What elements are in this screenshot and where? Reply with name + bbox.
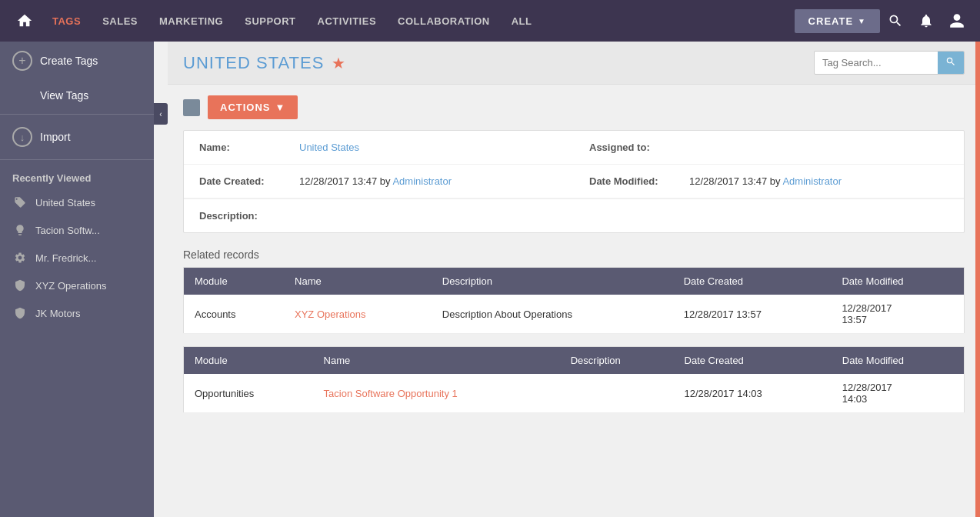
sidebar-wrapper: + Create Tags View Tags ↓ Import Recentl… (0, 42, 168, 517)
import-action[interactable]: ↓ Import (0, 118, 154, 156)
light-icon-1 (12, 222, 28, 238)
main-content: UNITED STATES ★ ACTIONS ▼ Nam (168, 42, 980, 517)
nav-sales[interactable]: SALES (92, 0, 148, 42)
col-description-2: Description (560, 347, 674, 375)
shield-icon-3 (12, 278, 28, 293)
cell-modified-opp-0: 12/28/2017 14:03 (832, 374, 965, 413)
import-label: Import (40, 131, 71, 143)
create-arrow-icon: ▼ (858, 17, 866, 25)
content-header: UNITED STATES ★ (168, 42, 980, 85)
import-icon: ↓ (12, 127, 32, 147)
create-button[interactable]: CREATE ▼ (795, 9, 880, 33)
assigned-to-field: Assigned to: (574, 131, 964, 165)
sidebar-item-xyz[interactable]: XYZ Operations (0, 272, 154, 299)
date-created-field: Date Created: 12/28/2017 13:47 by Admini… (184, 165, 574, 198)
cell-desc-accounts-0: Description About Operations (432, 295, 673, 334)
create-tags-label: Create Tags (40, 55, 98, 67)
col-module-2: Module (184, 347, 313, 375)
cell-module-accounts-0: Accounts (184, 295, 285, 334)
accounts-link-0[interactable]: XYZ Operations (295, 309, 366, 320)
date-created-label: Date Created: (199, 175, 299, 187)
table-header-row-2: Module Name Description Date Created Dat… (184, 347, 965, 375)
cell-module-opp-0: Opportunities (184, 374, 313, 413)
actions-arrow-icon: ▼ (275, 102, 286, 113)
search-button[interactable] (880, 0, 911, 42)
sidebar-divider-2 (0, 159, 154, 160)
sidebar-item-label-1: Tacion Softw... (35, 225, 100, 236)
name-value: United States (299, 142, 359, 153)
page-title-section: UNITED STATES ★ (183, 53, 345, 73)
sidebar-item-label-0: United States (35, 197, 95, 208)
col-date-created-2: Date Created (674, 347, 832, 375)
date-created-admin-link[interactable]: Administrator (392, 175, 452, 187)
actions-bar: ACTIONS ▼ (168, 85, 980, 130)
related-records-title: Related records (183, 248, 965, 261)
sidebar-item-united-states[interactable]: United States (0, 188, 154, 216)
cell-name-opp-0: Tacion Software Opportunity 1 (313, 374, 560, 413)
sidebar-item-label-2: Mr. Fredrick... (35, 252, 96, 264)
top-nav: TAGS SALES MARKETING SUPPORT ACTIVITIES … (0, 0, 980, 42)
cell-modified-accounts-0: 12/28/2017 13:57 (831, 295, 964, 334)
notifications-button[interactable] (911, 0, 942, 42)
nav-collaboration[interactable]: COLLABORATION (387, 0, 501, 42)
create-tags-action[interactable]: + Create Tags (0, 42, 154, 80)
related-records-section: Related records Module Name Description … (183, 248, 965, 413)
table-header-row-1: Module Name Description Date Created Dat… (184, 268, 965, 295)
name-field: Name: United States (184, 131, 574, 165)
cell-desc-opp-0 (560, 374, 674, 413)
cell-created-accounts-0: 12/28/2017 13:57 (673, 295, 832, 334)
table-row-accounts-0: Accounts XYZ Operations Description Abou… (184, 295, 965, 334)
col-description-1: Description (432, 268, 673, 295)
gear-icon-2 (12, 250, 28, 265)
tag-icon-0 (12, 195, 28, 210)
nav-support[interactable]: SUPPORT (234, 0, 306, 42)
nav-tags[interactable]: TAGS (42, 0, 92, 42)
sidebar-item-fredrick[interactable]: Mr. Fredrick... (0, 244, 154, 272)
col-date-created-1: Date Created (673, 268, 832, 295)
cell-created-opp-0: 12/28/2017 14:03 (674, 374, 832, 413)
nav-activities[interactable]: ACTIVITIES (307, 0, 388, 42)
col-name-2: Name (313, 347, 560, 375)
select-checkbox[interactable] (183, 99, 200, 116)
col-module-1: Module (184, 268, 285, 295)
sidebar-collapse-button[interactable]: ‹ (154, 103, 168, 125)
actions-button[interactable]: ACTIONS ▼ (208, 95, 298, 119)
name-label: Name: (199, 142, 299, 153)
col-date-modified-2: Date Modified (832, 347, 965, 375)
main-layout: + Create Tags View Tags ↓ Import Recentl… (0, 42, 980, 517)
col-date-modified-1: Date Modified (831, 268, 964, 295)
tag-search-input[interactable] (815, 53, 938, 72)
detail-grid: Name: United States Assigned to: Date Cr… (184, 131, 964, 198)
sidebar: + Create Tags View Tags ↓ Import Recentl… (0, 42, 154, 517)
cell-name-accounts-0: XYZ Operations (284, 295, 432, 334)
table-gap (183, 334, 965, 346)
date-modified-field: Date Modified: 12/28/2017 13:47 by Admin… (574, 165, 964, 198)
tag-search-button[interactable] (938, 52, 964, 74)
opportunities-link-0[interactable]: Tacion Software Opportunity 1 (324, 388, 458, 399)
sidebar-item-jk[interactable]: JK Motors (0, 299, 154, 327)
col-name-1: Name (284, 268, 432, 295)
date-modified-value: 12/28/2017 13:47 by Administrator (689, 175, 842, 187)
detail-card: Name: United States Assigned to: Date Cr… (183, 130, 965, 233)
sidebar-item-label-3: XYZ Operations (35, 280, 107, 292)
nav-marketing[interactable]: MARKETING (148, 0, 234, 42)
right-accent-bar (975, 42, 980, 517)
tag-search-bar (814, 51, 965, 75)
description-field: Description: (184, 198, 964, 232)
description-label: Description: (199, 210, 299, 222)
home-button[interactable] (8, 0, 42, 42)
view-tags-label: View Tags (40, 89, 88, 102)
favorite-star-icon[interactable]: ★ (332, 54, 345, 72)
sidebar-item-tacion[interactable]: Tacion Softw... (0, 216, 154, 244)
table-row-opportunities-0: Opportunities Tacion Software Opportunit… (184, 374, 965, 413)
related-table-opportunities: Module Name Description Date Created Dat… (183, 346, 965, 413)
user-button[interactable] (942, 0, 972, 42)
sidebar-item-label-4: JK Motors (35, 308, 81, 319)
view-tags-action[interactable]: View Tags (0, 80, 154, 111)
related-table-accounts: Module Name Description Date Created Dat… (183, 267, 965, 334)
nav-all[interactable]: ALL (501, 0, 543, 42)
page-title: UNITED STATES (183, 53, 324, 73)
recently-viewed-header: Recently Viewed (0, 163, 154, 188)
date-modified-admin-link[interactable]: Administrator (782, 175, 842, 187)
date-created-value: 12/28/2017 13:47 by Administrator (299, 175, 452, 187)
